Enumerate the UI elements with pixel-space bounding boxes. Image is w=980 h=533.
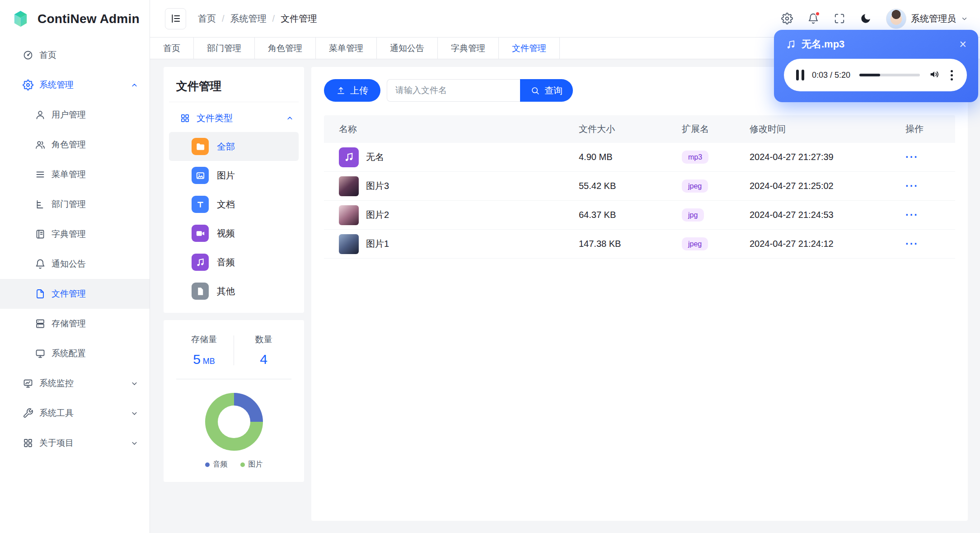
breadcrumb-item[interactable]: 文件管理 (281, 13, 317, 25)
tool-icon (23, 408, 33, 419)
sidebar-item[interactable]: 系统配置 (0, 339, 150, 368)
file-type-item[interactable]: 音频 (169, 248, 299, 277)
sidebar-item-label: 关于项目 (39, 437, 74, 449)
chart-legend: 音频图片 (205, 460, 263, 469)
column-header: 操作 (905, 123, 955, 135)
moon-icon (860, 13, 872, 24)
file-table: 名称文件大小扩展名修改时间操作 无名4.90 MBmp32024-04-27 2… (324, 115, 955, 259)
dashboard-icon (23, 50, 33, 61)
table-row: 图片264.37 KBjpg2024-04-27 21:24:53··· (324, 201, 955, 230)
file-type-group[interactable]: 文件类型 (164, 104, 304, 132)
tab-7[interactable]: 文件管理 (499, 38, 560, 59)
notification-dot (815, 11, 820, 16)
settings-button[interactable] (776, 7, 798, 30)
dark-mode-button[interactable] (854, 7, 877, 30)
file-list-card: 上传 查询 名称文件大小扩展名修改时间操作 无名4.90 MBmp32024-0… (311, 67, 968, 521)
sidebar-item[interactable]: 字典管理 (0, 219, 150, 249)
tab-2[interactable]: 部门管理 (194, 38, 255, 59)
playback-time: 0:03 / 5:20 (812, 71, 850, 80)
row-actions-button[interactable]: ··· (905, 209, 955, 221)
notifications-button[interactable] (802, 7, 825, 30)
sidebar-item[interactable]: 存储管理 (0, 309, 150, 339)
sidebar-collapse-button[interactable] (165, 8, 186, 29)
storage-chart: 音频图片 (174, 393, 293, 469)
sidebar-item[interactable]: 系统管理 (0, 70, 150, 100)
sidebar-item-label: 首页 (39, 49, 56, 61)
image-icon (192, 167, 209, 184)
image-thumbnail (339, 205, 359, 225)
sidebar-item[interactable]: 系统工具 (0, 398, 150, 428)
menu-icon (35, 169, 46, 180)
search-group: 查询 (387, 79, 573, 102)
sidebar-item-label: 存储管理 (52, 318, 86, 330)
volume-button[interactable] (929, 69, 940, 82)
audio-player-header: 无名.mp3 × (774, 30, 978, 59)
breadcrumb-separator: / (272, 14, 275, 24)
file-name[interactable]: 图片2 (366, 209, 389, 221)
file-type-item[interactable]: 文档 (169, 190, 299, 219)
audio-controls: 0:03 / 5:20 (784, 59, 967, 91)
app-logo-icon (10, 8, 31, 29)
sidebar-item[interactable]: 角色管理 (0, 130, 150, 160)
file-type-label: 图片 (217, 170, 235, 182)
row-actions-button[interactable]: ··· (905, 238, 955, 250)
search-input[interactable] (387, 79, 520, 102)
upload-button[interactable]: 上传 (324, 79, 380, 102)
pause-button[interactable] (796, 70, 804, 80)
tab-1[interactable]: 首页 (150, 38, 194, 59)
file-name[interactable]: 图片3 (366, 180, 389, 192)
file-type-item[interactable]: 图片 (169, 161, 299, 190)
sidebar-item-label: 菜单管理 (52, 169, 86, 180)
breadcrumb-item[interactable]: 系统管理 (230, 13, 267, 25)
file-type-item[interactable]: 全部 (169, 132, 299, 161)
fullscreen-button[interactable] (828, 7, 851, 30)
sidebar-item-label: 通知公告 (52, 258, 86, 270)
sidebar-item[interactable]: 部门管理 (0, 189, 150, 219)
tab-3[interactable]: 角色管理 (255, 38, 316, 59)
tab-5[interactable]: 通知公告 (377, 38, 438, 59)
sidebar-item[interactable]: 关于项目 (0, 428, 150, 458)
book-icon (35, 229, 46, 240)
row-actions-button[interactable]: ··· (905, 180, 955, 192)
query-button[interactable]: 查询 (520, 79, 573, 102)
sidebar-item[interactable]: 菜单管理 (0, 160, 150, 189)
audio-player: 无名.mp3 × 0:03 / 5:20 (774, 30, 978, 102)
file-type-item[interactable]: 视频 (169, 219, 299, 248)
sidebar-item[interactable]: 首页 (0, 40, 150, 70)
file-type-list: 全部图片文档视频音频其他 (164, 132, 304, 306)
row-actions-button[interactable]: ··· (905, 151, 955, 163)
chevron-down-icon (130, 379, 139, 388)
tab-4[interactable]: 菜单管理 (316, 38, 377, 59)
file-ext-cell: jpeg (682, 179, 750, 193)
legend-item[interactable]: 图片 (240, 460, 263, 469)
gear-icon (781, 13, 793, 24)
sidebar-item[interactable]: 用户管理 (0, 100, 150, 130)
sidebar-item[interactable]: 系统监控 (0, 368, 150, 398)
app-logo[interactable]: ContiNew Admin (0, 0, 150, 38)
file-type-item[interactable]: 其他 (169, 277, 299, 306)
chevron-down-icon (130, 439, 139, 448)
storage-stats-card: 存储量 5MB 数量 4 音频图 (164, 320, 304, 482)
legend-item[interactable]: 音频 (205, 460, 228, 469)
close-icon[interactable]: × (959, 38, 966, 51)
column-header: 扩展名 (682, 123, 750, 135)
breadcrumb-item[interactable]: 首页 (198, 13, 216, 25)
file-size: 55.42 KB (579, 181, 682, 191)
search-icon (530, 86, 540, 95)
sidebar-item[interactable]: 文件管理 (0, 279, 150, 309)
column-header: 修改时间 (750, 123, 905, 135)
table-row: 图片1147.38 KBjpeg2024-04-27 21:24:12··· (324, 230, 955, 259)
tab-6[interactable]: 字典管理 (438, 38, 499, 59)
user-menu[interactable]: 系统管理员 (886, 9, 968, 29)
sidebar-item[interactable]: 通知公告 (0, 249, 150, 279)
seek-bar[interactable] (859, 74, 920, 76)
legend-dot (205, 462, 210, 467)
file-name[interactable]: 图片1 (366, 238, 389, 250)
file-type-label: 其他 (217, 285, 235, 297)
file-name[interactable]: 无名 (366, 151, 384, 163)
user-icon (35, 109, 46, 120)
modified-time: 2024-04-27 21:24:12 (750, 239, 905, 249)
count-label: 数量 (234, 334, 293, 345)
sidebar-item-label: 系统监控 (39, 377, 74, 389)
player-menu-button[interactable] (949, 68, 955, 82)
